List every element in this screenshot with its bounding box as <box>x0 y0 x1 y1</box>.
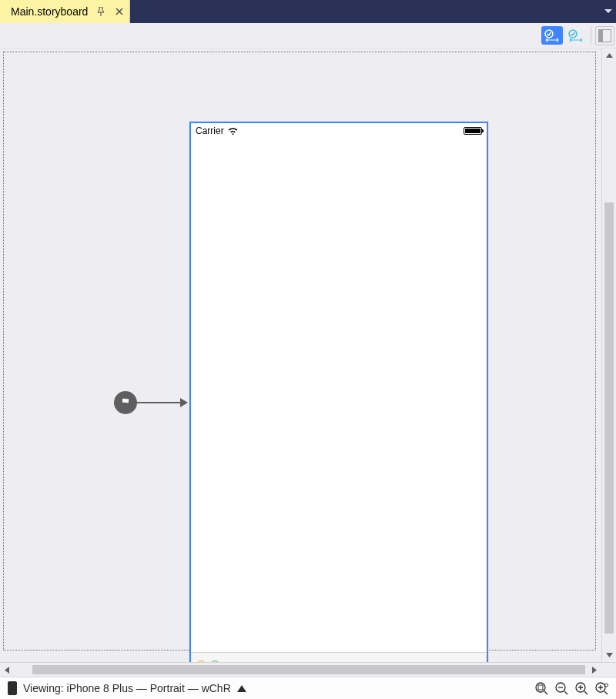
tab-dropdown-icon[interactable] <box>601 0 616 23</box>
zoom-in-button[interactable] <box>591 680 611 697</box>
scrollbar-corner <box>601 663 616 677</box>
toggle-properties-panel-button[interactable] <box>595 26 614 45</box>
close-icon[interactable] <box>114 6 125 17</box>
carrier-label: Carrier <box>196 125 224 136</box>
svg-point-2 <box>536 683 545 692</box>
zoom-actual-button[interactable] <box>571 680 591 697</box>
vertical-scrollbar[interactable] <box>601 48 616 662</box>
svg-rect-3 <box>538 685 543 690</box>
scroll-up-button[interactable] <box>602 48 616 62</box>
device-status-bar: Carrier <box>191 123 487 139</box>
horizontal-scrollbar[interactable] <box>0 662 616 677</box>
wifi-icon <box>227 127 239 135</box>
bottom-status-bar: Viewing: iPhone 8 Plus — Portrait — wChR <box>0 677 616 699</box>
document-tab[interactable]: Main.storyboard <box>0 0 130 23</box>
scroll-down-button[interactable] <box>602 648 616 662</box>
entry-point-arrow[interactable] <box>114 391 188 414</box>
scroll-left-button[interactable] <box>0 663 14 677</box>
arrow-line <box>137 402 180 403</box>
toolbar-separator <box>591 26 591 45</box>
design-canvas[interactable]: Carrier <box>0 48 616 662</box>
horizontal-scroll-thumb[interactable] <box>32 665 585 674</box>
arrow-head-icon <box>180 398 188 407</box>
update-constraints-button[interactable] <box>541 26 563 45</box>
battery-icon <box>464 127 482 135</box>
tab-bar: Main.storyboard <box>0 0 616 23</box>
svg-point-7 <box>604 684 608 687</box>
pin-icon[interactable] <box>95 6 106 17</box>
flag-icon <box>114 391 137 414</box>
view-controller-view[interactable] <box>191 139 487 652</box>
disclosure-triangle-icon[interactable] <box>237 685 246 692</box>
vertical-scroll-thumb[interactable] <box>604 202 614 634</box>
zoom-controls <box>531 680 611 697</box>
viewing-label[interactable]: Viewing: iPhone 8 Plus — Portrait — wChR <box>23 682 231 694</box>
scroll-right-button[interactable] <box>588 663 601 677</box>
zoom-out-button[interactable] <box>551 680 571 697</box>
zoom-to-fit-button[interactable] <box>531 680 551 697</box>
device-icon <box>8 681 17 695</box>
update-frames-button[interactable] <box>565 26 587 45</box>
device-frame[interactable]: Carrier <box>189 122 488 680</box>
designer-toolbar <box>0 23 616 48</box>
document-tab-title: Main.storyboard <box>11 5 88 18</box>
